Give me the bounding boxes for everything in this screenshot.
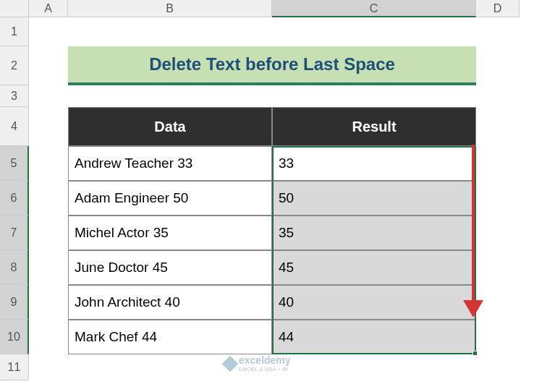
row-header-4[interactable]: 4	[0, 107, 29, 146]
data-cell-B5[interactable]: Andrew Teacher 33	[68, 146, 272, 181]
title-cell[interactable]: Delete Text before Last Space	[68, 46, 476, 85]
result-cell-C9[interactable]: 40	[272, 285, 476, 320]
data-cell-B6[interactable]: Adam Engineer 50	[68, 181, 272, 216]
col-header-B[interactable]: B	[68, 0, 272, 17]
data-cell-B10[interactable]: Mark Chef 44	[68, 320, 272, 354]
row-header-3[interactable]: 3	[0, 85, 29, 107]
data-cell-B9[interactable]: John Architect 40	[68, 285, 272, 320]
data-cell-B7[interactable]: Michel Actor 35	[68, 216, 272, 250]
col-header-C[interactable]: C	[272, 0, 476, 17]
spreadsheet-grid: A B C D 1 2 3 4 5 6 7 8 9 10 11 Delete T…	[0, 0, 555, 392]
result-cell-C8[interactable]: 45	[272, 250, 476, 285]
result-cell-C7[interactable]: 35	[272, 216, 476, 250]
result-header-cell[interactable]: Result	[272, 107, 476, 146]
column-headers: A B C D	[0, 0, 520, 17]
watermark: exceldemy EXCEL & VBA + BI	[224, 354, 291, 372]
row-header-8[interactable]: 8	[0, 250, 29, 285]
watermark-subtext: EXCEL & VBA + BI	[239, 366, 291, 372]
result-cell-C6[interactable]: 50	[272, 181, 476, 216]
row-header-5[interactable]: 5	[0, 146, 29, 181]
watermark-text: exceldemy	[239, 354, 291, 366]
data-cell-B8[interactable]: June Doctor 45	[68, 250, 272, 285]
watermark-icon	[222, 355, 239, 372]
row-headers: 1 2 3 4 5 6 7 8 9 10 11	[0, 17, 29, 380]
row-header-9[interactable]: 9	[0, 285, 29, 320]
col-header-A[interactable]: A	[29, 0, 68, 17]
row-header-2[interactable]: 2	[0, 46, 29, 85]
data-header-cell[interactable]: Data	[68, 107, 272, 146]
result-cell-C10[interactable]: 44	[272, 320, 476, 354]
col-header-D[interactable]: D	[476, 0, 520, 17]
result-cell-C5[interactable]: 33	[272, 146, 476, 181]
drag-arrow-annotation	[463, 145, 485, 325]
row-header-10[interactable]: 10	[0, 320, 29, 354]
row-header-7[interactable]: 7	[0, 216, 29, 250]
row-header-6[interactable]: 6	[0, 181, 29, 216]
select-all-corner[interactable]	[0, 0, 29, 17]
row-header-1[interactable]: 1	[0, 17, 29, 46]
arrow-head-icon	[463, 300, 483, 318]
row-header-11[interactable]: 11	[0, 354, 29, 380]
arrow-line	[472, 145, 475, 304]
